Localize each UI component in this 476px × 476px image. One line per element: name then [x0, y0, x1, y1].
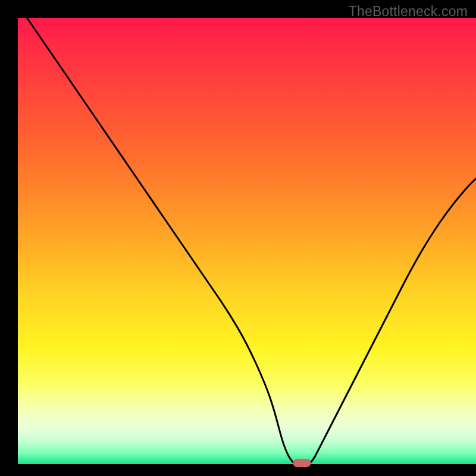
plot-area — [18, 18, 476, 464]
watermark-label: TheBottleneck.com — [349, 4, 468, 20]
bottleneck-chart: TheBottleneck.com — [0, 0, 476, 476]
optimal-marker — [293, 459, 311, 467]
chart-svg — [0, 0, 476, 476]
